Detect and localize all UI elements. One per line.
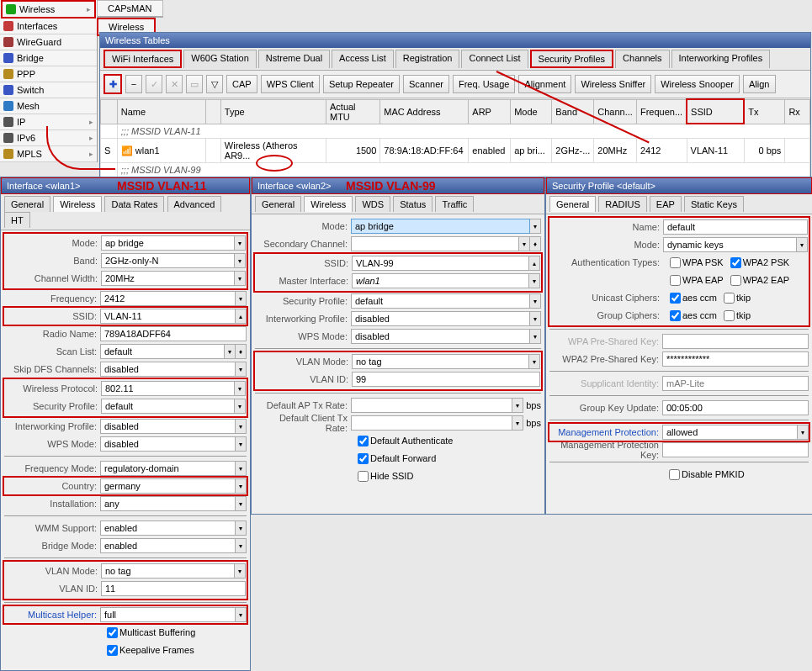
dropdown-icon[interactable]: ▾ <box>797 237 808 252</box>
tkip-checkbox[interactable] <box>724 310 735 321</box>
secondary-channel-field[interactable] <box>351 236 519 251</box>
cap-button[interactable]: CAP <box>226 75 257 93</box>
client-tx-rate-field[interactable] <box>351 415 512 431</box>
sidebar-item-ipv6[interactable]: IPv6▸ <box>0 130 97 146</box>
col-band[interactable]: Band <box>552 99 594 124</box>
tab-access-list[interactable]: Access List <box>332 50 394 68</box>
wpa-psk-key-field[interactable] <box>662 334 809 349</box>
filter-button[interactable]: ▽ <box>206 75 223 93</box>
col-chan[interactable]: Chann... <box>594 99 637 124</box>
tab-channels[interactable]: Channels <box>615 50 669 68</box>
remove-button[interactable]: − <box>125 75 142 93</box>
submenu-capsman[interactable]: CAPsMAN <box>97 0 163 18</box>
col-flag[interactable] <box>101 99 118 124</box>
security-profile-field[interactable]: default <box>101 399 235 414</box>
col-mac[interactable]: MAC Address <box>380 99 469 124</box>
default-forward-checkbox[interactable] <box>358 453 369 464</box>
vlan-id-field[interactable]: 99 <box>352 372 540 387</box>
master-interface-field[interactable]: wlan1 <box>352 273 529 288</box>
sidebar-item-mpls[interactable]: MPLS▸ <box>0 146 97 162</box>
keepalive-frames-checkbox[interactable] <box>107 645 118 656</box>
tab-traffic[interactable]: Traffic <box>435 196 474 212</box>
bridge-mode-field[interactable]: enabled <box>100 538 236 553</box>
sidebar-item-wireless[interactable]: Wireless▸ <box>1 0 96 18</box>
dropdown-icon[interactable]: ▾ <box>235 271 246 286</box>
col-freq[interactable]: Frequen... <box>636 99 687 124</box>
sniffer-button[interactable]: Wireless Sniffer <box>575 75 651 93</box>
dropdown-icon[interactable]: ▾ <box>235 399 246 414</box>
hide-ssid-checkbox[interactable] <box>358 471 369 482</box>
col-ssid[interactable]: SSID <box>687 99 744 124</box>
tab-nstreme-dual[interactable]: Nstreme Dual <box>258 50 330 68</box>
aes-ccm-checkbox[interactable] <box>670 310 681 321</box>
country-field[interactable]: germany <box>100 478 236 494</box>
dropdown-icon[interactable]: ▾ <box>236 538 247 553</box>
band-field[interactable]: 2GHz-only-N <box>101 253 235 268</box>
skip-dfs-field[interactable]: disabled <box>100 362 236 377</box>
dropdown-icon[interactable]: ▾ <box>529 354 540 369</box>
radio-name-field[interactable]: 789A18ADFF64 <box>100 326 247 341</box>
dropdown-icon[interactable]: ♦ <box>236 344 247 359</box>
col-arp[interactable]: ARP <box>469 99 511 124</box>
col-x[interactable] <box>206 99 220 124</box>
ssid-field[interactable]: VLAN-99 <box>352 256 529 271</box>
tab-interworking-profiles[interactable]: Interworking Profiles <box>671 50 771 68</box>
freq-usage-button[interactable]: Freq. Usage <box>453 75 516 93</box>
dropdown-icon[interactable]: ▾ <box>236 291 247 306</box>
dropdown-icon[interactable]: ▾ <box>512 415 523 431</box>
vlan-mode-field[interactable]: no tag <box>101 563 235 579</box>
tkip-checkbox[interactable] <box>724 293 735 304</box>
table-row[interactable]: ;;; MSSID VLAN-11 <box>101 124 810 139</box>
dropdown-icon[interactable]: ▾ <box>798 425 809 440</box>
dropdown-icon[interactable]: ♦ <box>530 236 541 251</box>
sidebar-item-ip[interactable]: IP▸ <box>0 114 97 130</box>
align-button[interactable]: Align <box>743 75 775 93</box>
wpa2-psk-key-field[interactable]: ************ <box>662 351 809 367</box>
setup-repeater-button[interactable]: Setup Repeater <box>323 75 400 93</box>
col-tx[interactable]: Tx <box>744 99 785 124</box>
tab-security-profiles[interactable]: Security Profiles <box>530 50 613 68</box>
alignment-button[interactable]: Alignment <box>518 75 571 93</box>
frequency-field[interactable]: 2412 <box>100 291 236 306</box>
installation-field[interactable]: any <box>100 496 236 511</box>
wps-client-button[interactable]: WPS Client <box>261 75 320 93</box>
scanner-button[interactable]: Scanner <box>403 75 449 93</box>
vlan-id-field[interactable]: 11 <box>101 581 246 596</box>
tab-general[interactable]: General <box>549 196 596 212</box>
dropdown-icon[interactable]: ▾ <box>235 235 246 251</box>
mode-field[interactable]: ap bridge <box>351 219 530 234</box>
freq-mode-field[interactable]: regulatory-domain <box>100 461 236 476</box>
table-row[interactable]: S📶 wlan1 Wireless (Atheros AR9...150078:… <box>101 139 810 163</box>
wps-mode-field[interactable]: disabled <box>100 436 236 452</box>
tab-registration[interactable]: Registration <box>395 50 460 68</box>
disable-button[interactable]: ✕ <box>166 75 183 93</box>
interworking-field[interactable]: disabled <box>100 419 236 434</box>
dropdown-icon[interactable]: ▴ <box>529 256 540 271</box>
vlan-mode-field[interactable]: no tag <box>352 354 529 369</box>
dropdown-icon[interactable]: ▾ <box>235 381 246 396</box>
dropdown-icon[interactable]: ▾ <box>512 398 523 413</box>
group-key-update-field[interactable]: 00:05:00 <box>662 400 809 415</box>
mode-field[interactable]: ap bridge <box>101 235 235 251</box>
dropdown-icon[interactable]: ▾ <box>236 419 247 434</box>
mode-field[interactable]: dynamic keys <box>663 237 797 252</box>
dropdown-icon[interactable]: ▾ <box>225 344 236 359</box>
comment-button[interactable]: ▭ <box>186 75 203 93</box>
dropdown-icon[interactable]: ▾ <box>530 329 541 344</box>
wpa-psk-checkbox[interactable] <box>670 257 681 268</box>
sidebar-item-wireguard[interactable]: WireGuard <box>0 34 97 50</box>
tab-data-rates[interactable]: Data Rates <box>104 196 164 212</box>
sidebar-item-interfaces[interactable]: Interfaces <box>0 18 97 34</box>
ssid-field[interactable]: VLAN-11 <box>100 309 236 324</box>
tab-wds[interactable]: WDS <box>355 196 390 212</box>
dropdown-icon[interactable]: ▾ <box>236 607 247 622</box>
scan-list-field[interactable]: default <box>100 344 225 359</box>
add-button[interactable]: ✚ <box>103 74 122 94</box>
wpa-eap-checkbox[interactable] <box>670 275 681 286</box>
wmm-field[interactable]: enabled <box>100 520 236 536</box>
tab-wireless[interactable]: Wireless <box>53 196 102 212</box>
ap-tx-rate-field[interactable] <box>351 398 512 413</box>
dropdown-icon[interactable]: ▾ <box>530 293 541 309</box>
dropdown-icon[interactable]: ▾ <box>236 496 247 511</box>
mgmt-protection-key-field[interactable] <box>662 442 809 457</box>
